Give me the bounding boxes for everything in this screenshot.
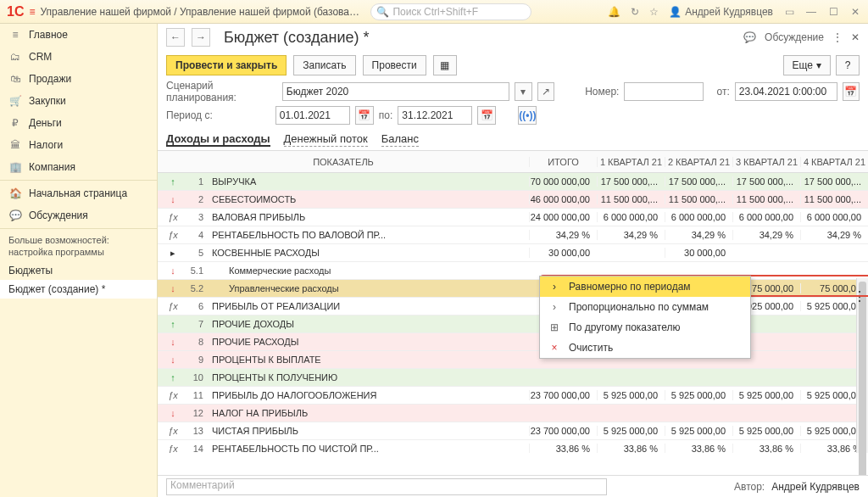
sidebar-secondary-1[interactable]: 💬Обсуждения (0, 204, 157, 226)
context-menu-item-0[interactable]: ›Равномерно по периодам (540, 276, 750, 297)
row-value[interactable]: 11 500 000,... (597, 194, 665, 204)
broadcast-button[interactable]: ((•)) (518, 106, 537, 125)
sidebar-secondary-0[interactable]: 🏠Начальная страница (0, 182, 157, 204)
nav-forward[interactable]: → (192, 28, 210, 47)
comment-input[interactable]: Комментарий (166, 478, 607, 495)
maximize-button[interactable]: ☐ (827, 6, 839, 18)
sidebar-item-4[interactable]: ₽Деньги (0, 112, 157, 134)
scenario-dropdown[interactable]: ▾ (515, 82, 531, 101)
post-and-close-button[interactable]: Провести и закрыть (166, 55, 287, 75)
table-row[interactable]: ▸5КОСВЕННЫЕ РАСХОДЫ30 000,0030 000,00 (158, 244, 868, 262)
side-handle[interactable]: ⋮ (853, 295, 866, 299)
row-value[interactable]: 70 000 000,00 (529, 176, 597, 187)
table-row[interactable]: ↓12НАЛОГ НА ПРИБЫЛЬ (158, 405, 868, 422)
sidebar-more[interactable]: Больше возможностей: настройка программы (0, 231, 157, 261)
post-button[interactable]: Провести (363, 55, 426, 75)
row-value[interactable]: 33,86 % (597, 444, 665, 453)
table-row[interactable]: ↓5.1Коммерческие расходы (158, 262, 868, 280)
sidebar-item-6[interactable]: 🏢Компания (0, 156, 157, 178)
sidebar-item-3[interactable]: 🛒Закупки (0, 90, 157, 112)
row-value[interactable]: 33,86 % (665, 444, 732, 453)
period-to-input[interactable]: 31.12.2021 (398, 106, 472, 125)
row-value[interactable]: 34,29 % (732, 230, 800, 240)
row-value[interactable]: 23 700 000,00 (529, 390, 597, 400)
help-button[interactable]: ? (836, 55, 860, 75)
row-value[interactable]: 5 925 000,00 (665, 426, 732, 436)
context-menu-item-2[interactable]: ⊞По другому показателю (540, 317, 750, 338)
table-row[interactable]: ƒx11ПРИБЫЛЬ ДО НАЛОГООБЛОЖЕНИЯ23 700 000… (158, 387, 868, 405)
close-window-button[interactable]: ✕ (849, 6, 861, 18)
table-row[interactable]: ↑1ВЫРУЧКА70 000 000,0017 500 000,...17 5… (158, 173, 868, 191)
save-button[interactable]: Записать (293, 55, 355, 75)
row-value[interactable]: 46 000 000,00 (529, 194, 597, 204)
table-row[interactable]: ↑10ПРОЦЕНТЫ К ПОЛУЧЕНИЮ (158, 369, 868, 387)
sidebar-budgets[interactable]: Бюджеты (0, 261, 157, 280)
table-row[interactable]: ↓5.2Управленческие расходы0,0075 000,007… (158, 280, 868, 298)
kebab-menu[interactable]: ⋮ (832, 31, 843, 43)
scenario-input[interactable]: Бюджет 2020 (282, 82, 509, 101)
context-menu-item-3[interactable]: ×Очистить (540, 338, 750, 358)
table-row[interactable]: ↓8ПРОЧИЕ РАСХОДЫ (158, 333, 868, 351)
star-icon[interactable]: ☆ (649, 6, 659, 18)
more-button[interactable]: Еще ▾ (783, 55, 831, 75)
date-input[interactable]: 23.04.2021 0:00:00 (735, 82, 837, 101)
table-row[interactable]: ↑7ПРОЧИЕ ДОХОДЫ (158, 316, 868, 333)
table-row[interactable]: ƒx13ЧИСТАЯ ПРИБЫЛЬ23 700 000,005 925 000… (158, 422, 868, 440)
row-value[interactable]: 6 000 000,00 (597, 212, 665, 222)
row-value[interactable]: 5 925 000,00 (597, 390, 665, 400)
table-row[interactable]: ƒx6ПРИБЫЛЬ ОТ РЕАЛИЗАЦИИ0,005 925 000,00… (158, 298, 868, 316)
row-value[interactable]: 11 500 000,... (665, 194, 732, 204)
nav-back[interactable]: ← (166, 28, 185, 47)
row-value[interactable]: 23 700 000,00 (529, 426, 597, 436)
row-value[interactable]: 5 925 000,00 (732, 426, 800, 436)
row-value[interactable]: 5 925 000,00 (597, 426, 665, 436)
global-search[interactable]: 🔍 Поиск Ctrl+Shift+F (370, 3, 531, 20)
row-value[interactable]: 6 000 000,00 (800, 212, 868, 222)
sidebar-item-1[interactable]: 🗂CRM (0, 46, 157, 68)
history-icon[interactable]: ↻ (631, 6, 639, 18)
tab-balance[interactable]: Баланс (381, 132, 419, 147)
sidebar-item-0[interactable]: ≡Главное (0, 24, 157, 46)
row-value[interactable]: 33,86 % (529, 444, 597, 453)
sidebar-current-doc[interactable]: Бюджет (создание) * (0, 280, 157, 299)
row-value[interactable]: 24 000 000,00 (529, 212, 597, 222)
close-doc[interactable]: ✕ (851, 31, 860, 43)
row-value[interactable]: 30 000,00 (529, 248, 597, 258)
table-row[interactable]: ƒx14РЕНТАБЕЛЬНОСТЬ ПО ЧИСТОЙ ПР...33,86 … (158, 440, 868, 453)
row-value[interactable]: 34,29 % (800, 230, 868, 240)
row-value[interactable]: 11 500 000,... (732, 194, 800, 204)
menu-icon[interactable]: ≡ (29, 6, 35, 18)
row-value[interactable]: 17 500 000,... (800, 176, 868, 187)
tab-cashflow[interactable]: Денежный поток (284, 132, 368, 147)
context-menu-item-1[interactable]: ›Пропорционально по суммам (540, 297, 750, 317)
table-row[interactable]: ↓2СЕБЕСТОИМОСТЬ46 000 000,0011 500 000,.… (158, 191, 868, 209)
row-value[interactable]: 34,29 % (665, 230, 732, 240)
row-value[interactable]: 30 000,00 (665, 248, 732, 258)
row-value[interactable]: 34,29 % (529, 230, 597, 240)
vertical-scrollbar[interactable] (856, 278, 868, 453)
structure-button[interactable]: ▦ (433, 55, 457, 75)
row-value[interactable]: 6 000 000,00 (665, 212, 732, 222)
table-row[interactable]: ↓9ПРОЦЕНТЫ К ВЫПЛАТЕ (158, 351, 868, 369)
row-value[interactable]: 6 000 000,00 (732, 212, 800, 222)
scenario-open[interactable]: ↗ (537, 82, 554, 101)
row-value[interactable]: 11 500 000,... (800, 194, 868, 204)
row-value[interactable]: 33,86 % (732, 444, 800, 453)
window-options[interactable]: ▭ (783, 6, 795, 18)
period-to-picker[interactable]: 📅 (477, 106, 496, 125)
row-value[interactable]: 17 500 000,... (665, 176, 732, 187)
row-value[interactable]: 17 500 000,... (732, 176, 800, 187)
date-picker[interactable]: 📅 (843, 82, 860, 101)
row-value[interactable]: 5 925 000,00 (665, 390, 732, 400)
row-value[interactable]: 34,29 % (597, 230, 665, 240)
period-from-input[interactable]: 01.01.2021 (275, 106, 350, 125)
row-value[interactable]: 5 925 000,00 (732, 390, 800, 400)
user-menu[interactable]: 👤 Андрей Кудрявцев (669, 6, 773, 18)
sidebar-item-5[interactable]: 🏛Налоги (0, 134, 157, 156)
minimize-button[interactable]: — (805, 6, 817, 18)
tab-income-expense[interactable]: Доходы и расходы (166, 132, 270, 147)
table-row[interactable]: ƒx4РЕНТАБЕЛЬНОСТЬ ПО ВАЛОВОЙ ПР...34,29 … (158, 226, 868, 244)
sidebar-item-2[interactable]: 🛍Продажи (0, 68, 157, 90)
table-row[interactable]: ƒx3ВАЛОВАЯ ПРИБЫЛЬ24 000 000,006 000 000… (158, 209, 868, 226)
discuss-link[interactable]: Обсуждение (765, 31, 824, 43)
